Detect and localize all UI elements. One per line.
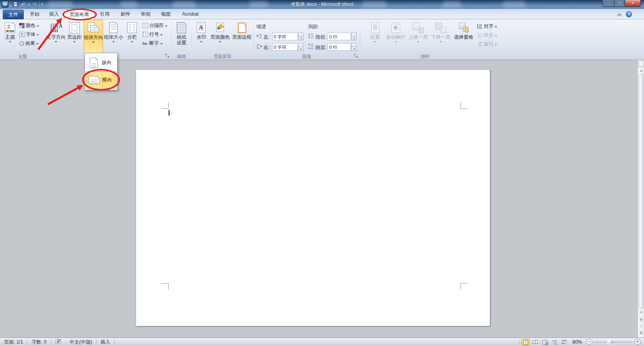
tab-home[interactable]: 开始 xyxy=(26,10,43,19)
page-borders-button[interactable]: 页面边框 xyxy=(231,20,252,53)
minimize-button[interactable]: — xyxy=(602,0,614,7)
wrap-text-button: 自动换行 xyxy=(385,20,407,53)
view-full-screen-reading-button[interactable] xyxy=(531,339,539,346)
orientation-button[interactable]: 纸张方向 xyxy=(84,20,103,53)
word-logo-icon[interactable]: W xyxy=(2,1,8,8)
zoom-in-button[interactable]: + xyxy=(634,339,641,345)
status-page-count[interactable]: 页面: 1/1 xyxy=(0,339,27,346)
view-draft-button[interactable] xyxy=(560,339,568,346)
margin-mark xyxy=(162,283,169,284)
selection-pane-button[interactable]: 选择窗格 xyxy=(452,20,475,53)
page-color-icon xyxy=(215,21,225,34)
themes-button[interactable]: 文 主题 xyxy=(2,20,18,53)
window-title: 考勤表.docx - Microsoft Word xyxy=(0,1,644,8)
tab-insert[interactable]: 插入 xyxy=(45,10,63,19)
document-page[interactable] xyxy=(136,69,490,326)
indent-left-input[interactable]: 0 字符 xyxy=(272,33,298,40)
previous-page-button[interactable]: ⇈ xyxy=(638,318,644,322)
restore-button[interactable]: ❐ xyxy=(614,0,625,7)
text-direction-button[interactable]: A 文字方向 xyxy=(47,20,65,53)
view-web-layout-button[interactable] xyxy=(541,339,549,346)
theme-fonts-button[interactable]: 文 字体 xyxy=(19,31,39,38)
status-insert-mode[interactable]: 插入 xyxy=(97,339,114,346)
bring-forward-button: 上移一层 xyxy=(407,20,429,53)
breaks-icon xyxy=(142,23,148,28)
margin-mark xyxy=(460,283,467,284)
paper-size-button[interactable]: 纸张大小 xyxy=(103,20,124,53)
zoom-out-button[interactable]: − xyxy=(586,339,592,345)
indent-left-icon xyxy=(256,33,262,38)
spacing-after-stepper[interactable] xyxy=(351,43,357,51)
wrap-text-icon xyxy=(392,21,400,34)
qat-customize-button[interactable]: ▾ xyxy=(41,2,43,6)
page-borders-icon xyxy=(238,21,246,34)
theme-effects-button[interactable]: 效果 xyxy=(19,39,39,47)
line-numbers-icon xyxy=(142,32,148,37)
tab-file[interactable]: 文件 xyxy=(3,10,24,19)
page-color-button[interactable]: 页面颜色 xyxy=(210,20,231,53)
hyphenation-icon: ba- xyxy=(142,41,148,46)
columns-button[interactable]: 分栏 xyxy=(124,20,140,53)
undo-button[interactable]: ↶ xyxy=(20,1,27,8)
next-page-button[interactable]: ⇊ xyxy=(638,330,644,335)
spellcheck-status-icon[interactable] xyxy=(51,339,66,345)
spacing-header: 间距 xyxy=(308,23,318,30)
hyphenation-button[interactable]: ba- 断字 xyxy=(142,39,163,47)
watermark-button[interactable]: A 水印 xyxy=(194,20,209,53)
group-label-page-background: 页面背景 xyxy=(192,54,253,59)
tab-references[interactable]: 引用 xyxy=(96,10,114,19)
save-button[interactable] xyxy=(12,1,19,8)
close-button[interactable]: ✕ xyxy=(625,0,641,7)
zoom-level[interactable]: 80% xyxy=(570,339,584,345)
scrollbar-thumb[interactable] xyxy=(639,75,644,308)
line-numbers-button[interactable]: 行号 xyxy=(142,31,163,38)
indent-left-label: 左: xyxy=(264,34,270,41)
scroll-down-button[interactable]: ▼ xyxy=(638,311,644,314)
tab-view[interactable]: 视图 xyxy=(157,10,175,19)
indent-right-input[interactable]: 0 字符 xyxy=(272,43,298,51)
spacing-after-input[interactable]: 0 行 xyxy=(328,43,351,51)
view-outline-button[interactable] xyxy=(551,339,559,346)
scroll-up-button[interactable]: ▲ xyxy=(638,69,644,73)
undo-dropdown-arrow[interactable]: ▾ xyxy=(28,2,30,6)
group-label-paragraph: 段落 xyxy=(254,54,359,59)
group-icon xyxy=(477,33,483,38)
indent-right-icon xyxy=(256,44,262,49)
tab-page-layout[interactable]: 页面布局 xyxy=(64,10,95,19)
tab-acrobat[interactable]: Acrobat xyxy=(177,10,204,19)
quick-access-toolbar: W ↶ ▾ ↷ ▾ xyxy=(2,1,43,8)
rotate-icon xyxy=(477,42,483,47)
align-button[interactable]: 对齐 xyxy=(477,23,497,30)
tab-mailings[interactable]: 邮件 xyxy=(117,10,134,19)
select-browse-object-button[interactable]: ○ xyxy=(638,324,644,328)
view-print-layout-button[interactable] xyxy=(522,339,530,346)
portrait-page-icon xyxy=(86,58,102,68)
save-icon xyxy=(13,2,18,7)
menu-item-portrait[interactable]: 纵向 xyxy=(86,54,116,71)
window-controls: — ❐ ✕ xyxy=(603,0,641,7)
status-word-count[interactable]: 字数: 0 xyxy=(27,339,50,346)
redo-button[interactable]: ↷ xyxy=(31,1,38,8)
vertical-scrollbar[interactable]: ▲ ▼ ⇈ ○ ⇊ xyxy=(638,60,644,338)
theme-colors-button[interactable]: 颜色 xyxy=(19,22,39,29)
indent-right-stepper[interactable] xyxy=(298,43,303,51)
spacing-before-input[interactable]: 0 行 xyxy=(328,33,351,40)
indent-left-stepper[interactable] xyxy=(298,33,303,40)
tab-review[interactable]: 审阅 xyxy=(137,10,155,19)
margins-button[interactable]: 页边距 xyxy=(66,20,83,53)
menu-item-landscape[interactable]: 横向 xyxy=(86,71,116,89)
selection-pane-icon xyxy=(458,21,469,34)
spacing-before-stepper[interactable] xyxy=(351,33,357,40)
breaks-button[interactable]: 分隔符 xyxy=(142,22,167,29)
dropdown-arrow-icon xyxy=(9,41,11,43)
zoom-slider-handle[interactable] xyxy=(607,339,611,345)
help-icon[interactable]: ? xyxy=(626,11,632,17)
margins-icon xyxy=(69,21,80,34)
status-language[interactable]: 中文(中国) xyxy=(66,339,96,346)
manuscript-setup-button[interactable]: 稿纸 设置 xyxy=(173,20,190,53)
rotate-button: 旋转 xyxy=(477,40,497,48)
collapse-ribbon-icon[interactable] xyxy=(618,13,621,16)
zoom-slider[interactable] xyxy=(594,342,633,343)
ruler-toggle-button[interactable] xyxy=(638,61,644,67)
page-setup-dialog-launcher[interactable] xyxy=(165,53,169,58)
